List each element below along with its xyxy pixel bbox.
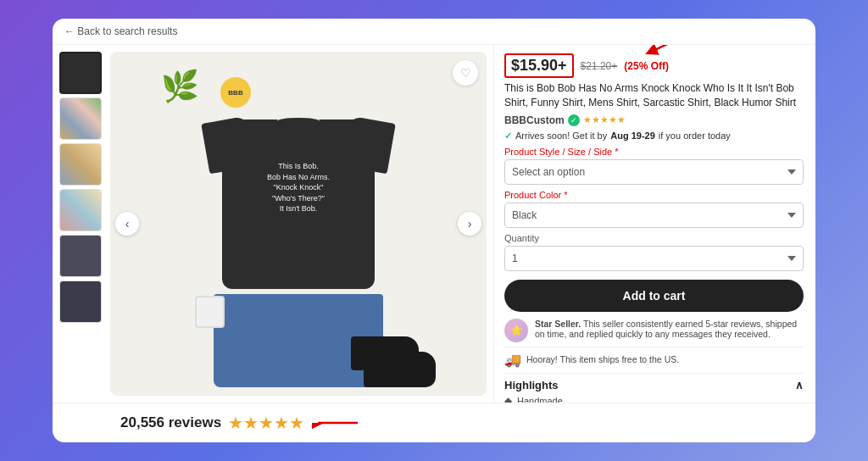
mug-graphic — [195, 296, 225, 328]
back-link[interactable]: ← Back to search results — [64, 25, 177, 37]
star-seller-row: ⭐ Star Seller. This seller consistently … — [504, 319, 804, 347]
product-details: $15.90+ $21.20+ (25% Off) This is Bob Bo… — [493, 45, 815, 403]
price-arrow-annotation — [643, 45, 710, 58]
reviews-arrow-annotation — [311, 410, 362, 436]
seller-row: BBBCustom ✓ ★★★★★ — [504, 114, 804, 126]
plant-decoration: 🌿 — [161, 69, 199, 104]
style-label: Product Style / Size / Side * — [504, 147, 804, 157]
star-seller-text: Star Seller. This seller consistently ea… — [535, 319, 804, 339]
sneaker-right — [364, 352, 436, 387]
checkmark-icon: ✓ — [504, 131, 512, 142]
thumbnail-4[interactable] — [59, 189, 102, 231]
price-section: $15.90+ $21.20+ (25% Off) — [504, 53, 804, 78]
review-stars: ★★★★★ — [228, 413, 304, 433]
quantity-select[interactable]: 1 — [504, 246, 804, 271]
current-price: $15.90+ — [504, 53, 574, 78]
heart-icon: ♡ — [460, 66, 471, 80]
thumbnail-6[interactable] — [59, 280, 102, 323]
delivery-date: Aug 19-29 — [610, 131, 655, 141]
highlights-toggle[interactable]: ∧ — [795, 379, 804, 392]
quantity-label: Quantity — [504, 233, 804, 243]
review-count[interactable]: 20,556 reviews — [120, 414, 221, 431]
style-select[interactable]: Select an option — [504, 159, 804, 185]
highlights-header: Highlights ∧ — [504, 379, 804, 392]
thumbnail-5[interactable] — [59, 235, 102, 277]
image-section: 🌿 BBB This Is Bob.Bob Has No Arms."Knock… — [53, 45, 493, 403]
verified-icon: ✓ — [568, 114, 580, 126]
delivery-row: ✓ Arrives soon! Get it by Aug 19-29 if y… — [504, 131, 804, 142]
highlights-section: Highlights ∧ ◆ Handmade — [504, 373, 804, 403]
truck-icon: 🚚 — [504, 352, 521, 368]
diamond-icon: ◆ — [504, 395, 512, 403]
shipping-text: Hooray! This item ships free to the US. — [526, 354, 679, 364]
thumbnail-2[interactable] — [59, 97, 102, 140]
discount-badge: (25% Off) — [624, 60, 669, 72]
seller-stars: ★★★★★ — [583, 114, 626, 125]
star-seller-icon: ⭐ — [504, 319, 528, 342]
shipping-row: 🚚 Hooray! This item ships free to the US… — [504, 352, 804, 368]
shirt-collar — [277, 113, 320, 130]
prev-image-button[interactable]: ‹ — [115, 212, 139, 236]
add-to-cart-button[interactable]: Add to cart — [504, 280, 804, 312]
color-select[interactable]: Black — [504, 203, 804, 228]
thumbnail-list — [59, 52, 105, 396]
product-page-card: ← Back to search results 🌿 BBB — [53, 19, 815, 442]
main-image: 🌿 BBB This Is Bob.Bob Has No Arms."Knock… — [110, 52, 487, 396]
product-title: This is Bob Bob Has No Arms Knock Knock … — [504, 81, 804, 110]
favorite-button[interactable]: ♡ — [453, 60, 478, 86]
highlights-item: ◆ Handmade — [504, 395, 804, 403]
seller-name[interactable]: BBBCustom — [504, 114, 565, 126]
color-label: Product Color * — [504, 190, 804, 200]
original-price: $21.20+ — [581, 60, 618, 72]
handmade-label: Handmade — [517, 396, 563, 403]
thumbnail-3[interactable] — [59, 143, 102, 186]
next-image-button[interactable]: › — [458, 212, 481, 236]
delivery-prefix: Arrives soon! Get it by — [515, 131, 607, 141]
main-content: 🌿 BBB This Is Bob.Bob Has No Arms."Knock… — [53, 45, 815, 403]
reviews-bar: 20,556 reviews ★★★★★ — [53, 403, 815, 442]
nav-bar: ← Back to search results — [53, 19, 815, 45]
star-seller-title: Star Seller. — [535, 319, 581, 329]
highlights-label: Highlights — [504, 379, 559, 392]
delivery-suffix: if you order today — [659, 131, 731, 141]
product-scene: 🌿 BBB This Is Bob.Bob Has No Arms."Knock… — [110, 52, 487, 396]
thumbnail-1[interactable] — [59, 52, 102, 94]
shirt-graphic: This Is Bob.Bob Has No Arms."Knock Knock… — [205, 86, 392, 289]
shirt-body — [222, 119, 375, 289]
